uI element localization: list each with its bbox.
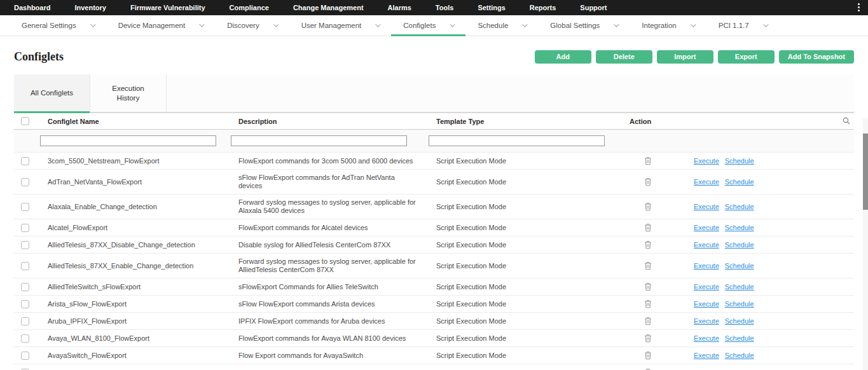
schedule-link[interactable]: Schedule [725,334,754,342]
subnav-item[interactable]: Device Management [106,15,215,36]
subnav-item[interactable]: PCI 1.1.7 [706,15,779,36]
execute-link[interactable]: Execute [694,300,719,308]
topnav-item[interactable]: Firmware Vulnerability [130,4,205,11]
row-checkbox[interactable] [21,241,29,249]
delete-trash-icon[interactable] [644,282,652,291]
action-button[interactable]: Import [657,50,713,64]
delete-trash-icon[interactable] [644,202,652,211]
subnav-item[interactable]: Discovery [215,15,289,36]
schedule-link[interactable]: Schedule [725,352,754,359]
schedule-link[interactable]: Schedule [725,178,754,186]
table-row: Aruba_IPFIX_FlowExport IPFIX FlowExport … [14,313,854,330]
table-row: AlliedTelesis_87XX_Disable_Change_detect… [14,236,854,254]
topnav-item[interactable]: Dashboard [14,4,50,11]
configlet-name: AlliedTelesis_87XX_Disable_Change_detect… [48,241,238,249]
subnav-item[interactable]: Schedule [465,15,538,36]
execute-link[interactable]: Execute [694,178,719,186]
execute-link[interactable]: Execute [694,283,719,291]
action-button[interactable]: Export [718,50,775,64]
execute-link[interactable]: Execute [694,334,719,342]
action-button[interactable]: Add To Snapshot [779,50,854,64]
row-checkbox[interactable] [21,157,29,165]
topnav-item[interactable]: Settings [478,4,505,11]
subnav-item-label: PCI 1.1.7 [719,22,749,29]
schedule-link[interactable]: Schedule [725,283,754,291]
delete-trash-icon[interactable] [644,261,652,270]
column-header-action: Action [630,118,854,125]
row-checkbox[interactable] [21,224,29,232]
select-all-checkbox[interactable] [21,117,29,125]
subnav-item-label: User Management [301,22,362,29]
row-actions: Execute Schedule [630,202,854,211]
column-header-configlet-name: Configlet Name [48,118,238,125]
filter-description-input[interactable] [231,135,407,146]
row-checkbox[interactable] [21,283,29,291]
execute-link[interactable]: Execute [694,317,719,325]
topnav-item[interactable]: Tools [436,4,454,11]
topnav-item[interactable]: Change Management [293,4,364,11]
execute-link[interactable]: Execute [694,157,719,165]
row-checkbox[interactable] [21,178,29,186]
row-actions: Execute Schedule [630,177,854,186]
execute-link[interactable]: Execute [694,262,719,270]
delete-trash-icon[interactable] [644,299,652,308]
configlet-description: sFlow FlowExport commands Arista devices [238,300,436,308]
configlet-name: Avaya_WLAN_8100_FlowExport [48,334,238,342]
chevron-down-icon [375,22,380,27]
template-type: Script Execution Mode [436,224,630,231]
subnav-item[interactable]: Global Settings [538,15,630,36]
topnav-item[interactable]: Support [580,4,607,11]
subnav-item-label: General Settings [22,22,76,29]
row-checkbox[interactable] [21,262,29,270]
vertical-scrollbar[interactable] [863,118,868,370]
top-navigation: DashboardInventoryFirmware Vulnerability… [0,0,868,15]
kebab-vertical-icon[interactable] [858,3,860,11]
execute-link[interactable]: Execute [694,203,719,210]
row-checkbox[interactable] [21,352,29,360]
settings-sub-navigation: General Settings Device Management Disco… [0,15,868,36]
filter-configlet-name-input[interactable] [40,135,216,146]
row-checkbox[interactable] [21,334,29,343]
row-checkbox[interactable] [21,300,29,308]
schedule-link[interactable]: Schedule [725,157,754,165]
schedule-link[interactable]: Schedule [725,224,754,231]
delete-trash-icon[interactable] [644,156,652,165]
configlet-name: Arista_sFlow_FlowExport [48,300,238,308]
topnav-item[interactable]: Reports [530,4,556,11]
topnav-item[interactable]: Inventory [74,4,106,11]
topnav-item[interactable]: Compliance [230,4,269,11]
action-button[interactable]: Delete [596,50,652,64]
subnav-item[interactable]: Integration [630,15,706,36]
template-type: Script Execution Mode [436,157,630,165]
tab[interactable]: Execution History [90,74,167,112]
subnav-item[interactable]: Configlets [391,15,465,36]
topnav-item[interactable]: Alarms [388,4,411,11]
schedule-link[interactable]: Schedule [725,203,754,210]
schedule-link[interactable]: Schedule [725,317,754,325]
execute-link[interactable]: Execute [694,224,719,231]
schedule-link[interactable]: Schedule [725,300,754,308]
scrollbar-thumb[interactable] [863,134,868,210]
execute-link[interactable]: Execute [694,241,719,249]
filter-template-type-input[interactable] [429,135,605,146]
schedule-link[interactable]: Schedule [725,241,754,249]
delete-trash-icon[interactable] [644,177,652,186]
table-row: AlliedTelesis_87XX_Enable_Change_detecti… [14,254,854,278]
subnav-item[interactable]: User Management [289,15,392,36]
tab[interactable]: All Configlets [14,74,90,112]
action-button[interactable]: Add [535,50,591,64]
configlet-description: Forward syslog messages to syslog server… [238,257,436,274]
delete-trash-icon[interactable] [644,240,652,249]
search-icon[interactable] [843,117,850,125]
row-actions: Execute Schedule [630,282,854,291]
row-checkbox[interactable] [21,203,29,211]
delete-trash-icon[interactable] [644,317,652,325]
delete-trash-icon[interactable] [644,334,652,343]
schedule-link[interactable]: Schedule [725,262,754,270]
row-checkbox[interactable] [21,317,29,325]
subnav-item[interactable]: General Settings [10,15,106,36]
page-title: Configlets [14,50,64,64]
execute-link[interactable]: Execute [694,352,719,359]
delete-trash-icon[interactable] [644,223,652,232]
delete-trash-icon[interactable] [644,351,652,360]
